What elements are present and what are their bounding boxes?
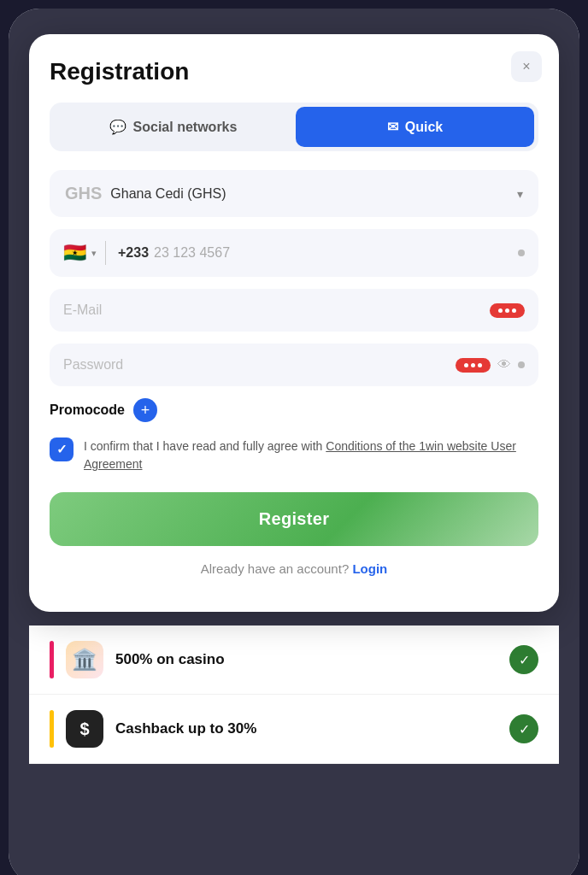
login-row: Already have an account? Login [50, 561, 538, 576]
currency-name: Ghana Cedi (GHS) [110, 186, 226, 202]
agreement-text: I confirm that I have read and fully agr… [84, 438, 538, 473]
add-promocode-button[interactable]: + [133, 398, 157, 422]
tab-social-label: Social networks [133, 120, 238, 135]
tab-row: 💬 Social networks ✉ Quick [50, 103, 538, 151]
modal-card: Registration × 💬 Social networks ✉ Quick… [29, 34, 559, 612]
badge-dot-3 [512, 308, 516, 313]
email-placeholder: E-Mail [63, 302, 490, 318]
cashback-check-icon: ✓ [509, 714, 538, 743]
modal-overlay: Registration × 💬 Social networks ✉ Quick… [9, 9, 579, 875]
currency-selector[interactable]: GHS Ghana Cedi (GHS) ▾ [50, 170, 538, 217]
country-flag-button[interactable]: 🇬🇭 ▾ [63, 242, 105, 264]
cashback-icon: $ [79, 719, 89, 739]
promocode-label: Promocode [50, 402, 125, 418]
casino-accent [50, 641, 54, 678]
login-link[interactable]: Login [352, 561, 387, 576]
tab-quick[interactable]: ✉ Quick [296, 107, 534, 147]
phone-container: Registration × 💬 Social networks ✉ Quick… [9, 9, 579, 875]
promo-item-casino: 🏛️ 500% on casino ✓ [29, 625, 559, 695]
badge-dot-1 [498, 308, 503, 313]
promocode-row: Promocode + [50, 398, 538, 422]
password-placeholder: Password [63, 357, 456, 373]
phone-status-dot [518, 250, 525, 256]
password-actions: 👁 [456, 357, 525, 373]
currency-left: GHS Ghana Cedi (GHS) [65, 184, 226, 203]
email-input-row: E-Mail [50, 289, 538, 332]
phone-country-code: +233 [118, 245, 149, 261]
modal-title: Registration [50, 58, 538, 85]
badge-dot-5 [471, 363, 475, 367]
phone-row: 🇬🇭 ▾ +233 23 123 4567 [50, 229, 538, 277]
badge-dot-6 [478, 363, 482, 367]
chevron-down-icon: ▾ [517, 187, 523, 201]
register-button[interactable]: Register [50, 492, 538, 546]
tab-social-networks[interactable]: 💬 Social networks [54, 107, 292, 147]
login-prompt-text: Already have an account? [201, 561, 349, 576]
password-input-row: Password 👁 [50, 344, 538, 386]
social-icon: 💬 [109, 119, 126, 135]
close-button[interactable]: × [511, 51, 542, 82]
email-actions [490, 303, 525, 318]
flag-chevron-icon: ▾ [91, 248, 97, 259]
casino-promo-text: 500% on casino [115, 651, 497, 668]
promos-bar: 🏛️ 500% on casino ✓ $ Cashback up to 30%… [29, 625, 559, 764]
cashback-icon-wrap: $ [66, 710, 103, 748]
casino-icon-wrap: 🏛️ [66, 641, 103, 678]
password-error-badge [456, 358, 491, 373]
ghana-flag-icon: 🇬🇭 [63, 242, 86, 264]
password-toggle-icon[interactable]: 👁 [497, 357, 511, 373]
quick-icon: ✉ [387, 119, 398, 135]
agreement-row: ✓ I confirm that I have read and fully a… [50, 438, 538, 473]
email-error-badge [490, 303, 525, 318]
casino-icon: 🏛️ [72, 648, 97, 672]
phone-number-placeholder: 23 123 4567 [154, 245, 518, 261]
cashback-accent [50, 710, 54, 748]
casino-check-icon: ✓ [509, 645, 538, 674]
badge-dot-2 [505, 308, 509, 313]
checkmark-icon: ✓ [56, 442, 68, 457]
password-status-dot [518, 361, 525, 368]
tab-quick-label: Quick [405, 120, 443, 135]
agreement-prefix: I confirm that I have read and fully agr… [84, 439, 326, 453]
promo-item-cashback: $ Cashback up to 30% ✓ [29, 695, 559, 764]
currency-code: GHS [65, 184, 102, 203]
plus-icon: + [141, 402, 150, 418]
agreement-checkbox[interactable]: ✓ [50, 438, 74, 461]
cashback-promo-text: Cashback up to 30% [115, 720, 497, 737]
close-icon: × [522, 59, 530, 74]
badge-dot-4 [464, 363, 468, 367]
phone-divider [105, 241, 106, 265]
